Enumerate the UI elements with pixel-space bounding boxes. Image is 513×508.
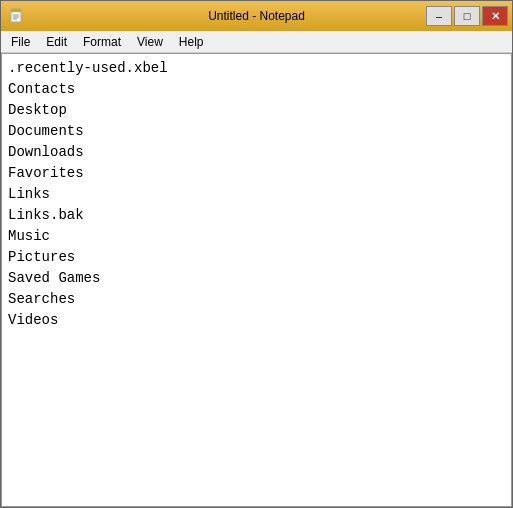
menu-item-format[interactable]: Format bbox=[75, 31, 129, 52]
title-buttons: – □ ✕ bbox=[426, 6, 508, 26]
app-icon bbox=[9, 8, 25, 24]
title-text: Untitled - Notepad bbox=[208, 9, 305, 23]
minimize-button[interactable]: – bbox=[426, 6, 452, 26]
menu-bar: FileEditFormatViewHelp bbox=[1, 31, 512, 53]
menu-item-file[interactable]: File bbox=[3, 31, 38, 52]
maximize-button[interactable]: □ bbox=[454, 6, 480, 26]
svg-rect-1 bbox=[11, 9, 21, 12]
window-body: FileEditFormatViewHelp bbox=[1, 31, 512, 507]
title-bar: Untitled - Notepad – □ ✕ bbox=[1, 1, 512, 31]
menu-item-help[interactable]: Help bbox=[171, 31, 212, 52]
menu-item-edit[interactable]: Edit bbox=[38, 31, 75, 52]
notepad-window: Untitled - Notepad – □ ✕ FileEditFormatV… bbox=[0, 0, 513, 508]
title-bar-left bbox=[9, 8, 25, 24]
text-editor[interactable] bbox=[2, 54, 511, 506]
menu-item-view[interactable]: View bbox=[129, 31, 171, 52]
content-area bbox=[1, 53, 512, 507]
close-button[interactable]: ✕ bbox=[482, 6, 508, 26]
